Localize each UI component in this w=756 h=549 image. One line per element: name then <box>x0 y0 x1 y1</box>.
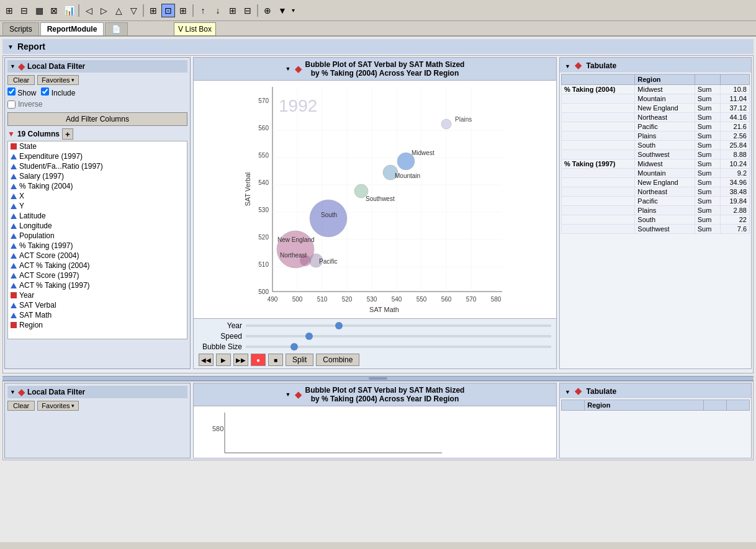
toolbar-btn-9[interactable]: ▽ <box>127 4 140 17</box>
tabulate2-title: Tabulate <box>587 387 616 396</box>
blue-triangle-icon <box>11 213 17 219</box>
show-checkbox-label[interactable]: Show <box>7 87 36 97</box>
list-item[interactable]: ACT Score (1997) <box>8 270 187 280</box>
toolbar-btn-8[interactable]: △ <box>112 4 125 17</box>
cell-agg: Sum <box>695 169 720 178</box>
include-checkbox-label[interactable]: Include <box>41 87 75 97</box>
clear-button-2[interactable]: Clear <box>7 401 35 411</box>
inverse-checkbox[interactable] <box>7 100 16 109</box>
list-item[interactable]: Population <box>8 231 187 241</box>
list-item[interactable]: SAT Verbal <box>8 300 187 310</box>
filter2-toolbar: Clear Favorites ▾ <box>7 401 187 411</box>
filter-panel-1: ▼ ◆ Local Data Filter Clear Favorites ▾ … <box>4 57 191 369</box>
toolbar-btn-1[interactable]: ⊞ <box>2 4 16 17</box>
list-item[interactable]: SAT Math <box>8 310 187 320</box>
list-item[interactable]: ACT % Taking (1997) <box>8 280 187 290</box>
toolbar-btn-10[interactable]: ⊞ <box>146 4 160 17</box>
chart-collapse-icon[interactable]: ▼ <box>286 66 291 72</box>
bubble-size-slider[interactable] <box>246 346 551 348</box>
list-item[interactable]: ACT Score (2004) <box>8 251 187 261</box>
section-divider[interactable] <box>2 376 754 381</box>
blue-triangle-icon <box>11 243 17 249</box>
list-item[interactable]: Salary (1997) <box>8 171 187 181</box>
combine-button[interactable]: Combine <box>316 354 359 366</box>
sep-1 <box>78 4 79 17</box>
list-item[interactable]: % Taking (1997) <box>8 241 187 251</box>
list-item[interactable]: Expenditure (1997) <box>8 151 187 161</box>
toolbar-btn-14[interactable]: ↓ <box>211 4 225 17</box>
list-item[interactable]: X <box>8 191 187 201</box>
svg-text:Pacific: Pacific <box>319 258 337 265</box>
list-item[interactable]: ACT % Taking (2004) <box>8 261 187 270</box>
cell-region: Southwest <box>635 225 695 234</box>
cell-region: Plains <box>635 206 695 215</box>
list-item[interactable]: Y <box>8 201 187 211</box>
filter2-collapse-icon[interactable]: ▼ <box>10 389 16 395</box>
toolbar-btn-11[interactable]: ⊡ <box>161 4 175 17</box>
record-button[interactable]: ● <box>251 354 266 366</box>
list-item[interactable]: Longitude <box>8 221 187 231</box>
tabulate-collapse-icon[interactable]: ▼ <box>565 63 570 69</box>
cell-value: 22 <box>720 215 749 225</box>
column-label: Student/Fa...Ratio (1997) <box>19 162 103 171</box>
tab-reportmodule[interactable]: ReportModule <box>40 22 104 35</box>
chart2-collapse-icon[interactable]: ▼ <box>286 391 291 398</box>
column-label: SAT Math <box>19 311 52 319</box>
svg-text:South: South <box>321 212 337 218</box>
toolbar-btn-6[interactable]: ◁ <box>82 4 96 17</box>
fast-forward-button[interactable]: ▶▶ <box>233 354 248 366</box>
toolbar-btn-15[interactable]: ⊞ <box>226 4 240 17</box>
column-label: Region <box>19 321 43 329</box>
toolbar-btn-13[interactable]: ↑ <box>196 4 210 17</box>
split-button[interactable]: Split <box>286 354 313 366</box>
tab-doc[interactable]: 📄 <box>105 22 128 35</box>
toolbar-btn-18[interactable]: ▼ <box>276 4 289 17</box>
toolbar-btn-12[interactable]: ⊞ <box>176 4 190 17</box>
column-label: SAT Verbal <box>19 301 56 310</box>
show-checkbox[interactable] <box>7 87 16 96</box>
tab-scripts[interactable]: Scripts <box>2 22 39 35</box>
favorites-button-2[interactable]: Favorites ▾ <box>37 401 78 411</box>
toolbar-btn-5[interactable]: 📊 <box>62 4 76 17</box>
list-item[interactable]: Latitude <box>8 211 187 221</box>
toolbar-btn-3[interactable]: ▦ <box>32 4 46 17</box>
table-row: PacificSum19.84 <box>562 197 750 206</box>
list-item[interactable]: Region <box>8 320 187 330</box>
toolbar-btn-2[interactable]: ⊟ <box>17 4 31 17</box>
tabulate2-collapse-icon[interactable]: ▼ <box>565 389 570 395</box>
cell-agg: Sum <box>695 225 720 234</box>
speed-slider[interactable] <box>246 335 551 337</box>
svg-text:540: 540 <box>258 179 269 186</box>
chart-header-1: ▼ ◆ Bubble Plot of SAT Verbal by SAT Mat… <box>194 58 556 81</box>
list-item[interactable]: State <box>8 141 187 151</box>
svg-text:550: 550 <box>258 152 269 159</box>
controls-area-1: Year Speed Bubble Size ◀◀ ▶ ▶▶ <box>194 318 556 368</box>
column-label: State <box>19 142 37 151</box>
cell-metric: % Taking (2004) <box>562 85 635 94</box>
play-button[interactable]: ▶ <box>216 354 231 366</box>
list-item[interactable]: % Taking (2004) <box>8 181 187 191</box>
list-item[interactable]: Year <box>8 290 187 300</box>
add-filter-button[interactable]: Add Filter Columns <box>7 112 187 126</box>
svg-text:550: 550 <box>416 296 427 303</box>
cell-metric <box>562 141 635 150</box>
rewind-button[interactable]: ◀◀ <box>199 354 214 366</box>
toolbar-btn-7[interactable]: ▷ <box>97 4 110 17</box>
cell-region: Plains <box>635 132 695 141</box>
include-checkbox[interactable] <box>41 87 49 96</box>
stop-button[interactable]: ■ <box>268 354 283 366</box>
clear-button[interactable]: Clear <box>7 75 35 85</box>
chart2-title-2: by % Taking (2004) Across Year ID Region <box>305 395 465 403</box>
red-square-icon <box>11 292 17 298</box>
filter-collapse-icon[interactable]: ▼ <box>10 63 16 69</box>
toolbar-btn-17[interactable]: ⊕ <box>261 4 274 17</box>
sep-2 <box>143 4 144 17</box>
favorites-button[interactable]: Favorites ▾ <box>37 75 78 85</box>
add-column-button[interactable]: + <box>62 128 73 140</box>
year-slider[interactable] <box>246 324 551 327</box>
report-collapse-icon[interactable]: ▼ <box>7 43 14 50</box>
list-item[interactable]: Student/Fa...Ratio (1997) <box>8 161 187 171</box>
chart-svg-2: 580 <box>194 406 556 456</box>
toolbar-btn-16[interactable]: ⊟ <box>241 4 254 17</box>
toolbar-btn-4[interactable]: ⊠ <box>47 4 61 17</box>
